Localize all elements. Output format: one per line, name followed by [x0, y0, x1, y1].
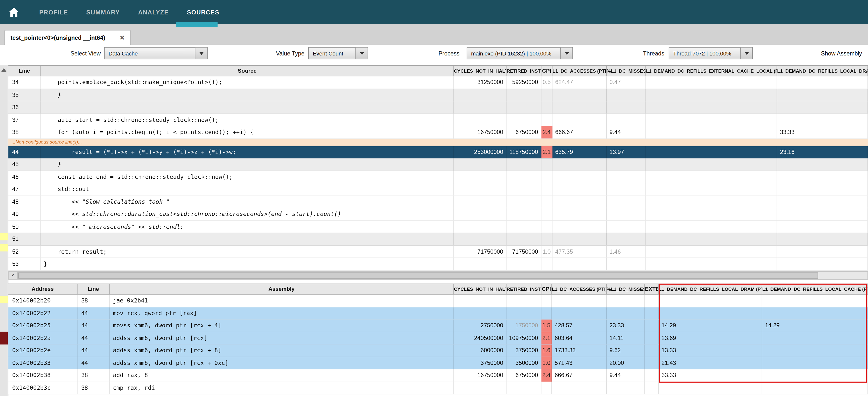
- source-row-52[interactable]: 52return result;71750000717500001.0477.3…: [8, 245, 868, 258]
- cell-line: 49: [8, 208, 41, 220]
- column-header-l1-demand-dc-refills-local-dram[interactable]: L1_DEMAND_DC_REFILLS_LOCAL_DRAM: [777, 66, 868, 76]
- cell-refills-local-dram: [777, 171, 868, 183]
- source-row-35[interactable]: 35}: [8, 89, 868, 101]
- assembly-row-0x140002b25[interactable]: 0x140002b2544movss xmm6, dword ptr [rcx …: [8, 319, 868, 332]
- column-header-cpi[interactable]: CPI: [541, 284, 552, 294]
- source-row-51[interactable]: 51: [8, 233, 868, 245]
- column-header-l1-dc-accesses-pti-[interactable]: L1_DC_ACCESSES (PTI): [552, 284, 607, 294]
- assembly-row-0x140002b20[interactable]: 0x140002b2038jae 0x2b41: [8, 295, 868, 307]
- cell-refills-local-dram: [777, 245, 868, 257]
- source-row-46[interactable]: 46const auto end = std::chrono::steady_c…: [8, 171, 868, 183]
- cell-retired-inst: 6750000: [506, 126, 541, 138]
- cell-refills-external-cache-local: [646, 126, 777, 138]
- column-header-l1-demand-dc-refills-local-cache-pti-[interactable]: L1_DEMAND_DC_REFILLS_LOCAL_CACHE (PTI): [762, 284, 868, 294]
- chevron-down-icon: [195, 48, 207, 59]
- assembly-row-0x140002b33[interactable]: 0x140002b3344addss xmm6, dword ptr [rcx …: [8, 357, 868, 369]
- cell-refills-local-cache: [762, 344, 868, 357]
- scroll-left-button[interactable]: <: [9, 272, 18, 279]
- column-header-address[interactable]: Address: [8, 284, 77, 294]
- source-row-37[interactable]: 37auto start = std::chrono::steady_clock…: [8, 114, 868, 126]
- value-type-dropdown[interactable]: Event Count: [308, 47, 368, 59]
- cell-source: [41, 101, 454, 113]
- source-row-34[interactable]: 34points.emplace_back(std::make_unique<P…: [8, 77, 868, 89]
- source-table-body: 34points.emplace_back(std::make_unique<P…: [8, 77, 868, 270]
- column-header-line[interactable]: Line: [78, 284, 110, 294]
- cell-l1-dc-misses: [607, 295, 645, 306]
- cell-refills-external-cache-local: [646, 158, 777, 171]
- column-header-line[interactable]: Line: [8, 66, 41, 76]
- cell-retired-inst: [506, 101, 541, 113]
- cell-refills-local-cache: [762, 307, 868, 319]
- column-header-exte[interactable]: EXTE: [645, 284, 659, 294]
- show-assembly-toggle[interactable]: Show Assembly: [821, 45, 862, 62]
- nav-item-summary[interactable]: SUMMARY: [86, 9, 120, 16]
- hot-line-marker-dark-red: [0, 332, 8, 344]
- close-icon[interactable]: ✕: [120, 34, 125, 41]
- cell-refills-local-dram: 23.16: [777, 146, 868, 158]
- cell-source: std::cout: [41, 183, 454, 195]
- cell-line: 44: [78, 344, 110, 357]
- assembly-row-0x140002b3c[interactable]: 0x140002b3c38cmp rax, rdi: [8, 382, 868, 394]
- column-header-l1-dc-accesses-pti-[interactable]: L1_DC_ACCESSES (PTI): [553, 66, 607, 76]
- cell-retired-inst: 118750000: [506, 146, 541, 158]
- value-type-label: Value Type: [257, 45, 304, 62]
- column-header-cycles-not-in-halt[interactable]: CYCLES_NOT_IN_HALT: [454, 284, 507, 294]
- cell-cpi: [541, 208, 553, 220]
- cell-l1-dc-misses: 20.00: [607, 357, 645, 369]
- assembly-row-0x140002b38[interactable]: 0x140002b3838add rax, 81675000067500002.…: [8, 369, 868, 382]
- cell-retired-inst: 3750000: [506, 344, 541, 357]
- nav-item-sources[interactable]: SOURCES: [187, 9, 219, 16]
- cell-cycles-not-in-halt: [454, 196, 507, 208]
- cell-retired-inst: [506, 295, 541, 306]
- column-header-source[interactable]: Source: [41, 66, 454, 76]
- column-header-assembly[interactable]: Assembly: [110, 284, 454, 294]
- column-header-l1-demand-dc-refills-local-dram-pti-[interactable]: L1_DEMAND_DC_REFILLS_LOCAL_DRAM (PTI): [659, 284, 762, 294]
- column-header-cpi[interactable]: CPI: [541, 66, 553, 76]
- cell-cpi: [541, 221, 553, 233]
- profiler-sources-view: PROFILESUMMARYANALYZESOURCES test_pointe…: [0, 0, 868, 396]
- cell-refills-local-dram: 33.33: [777, 126, 868, 138]
- column-header-cycles-not-in-halt[interactable]: CYCLES_NOT_IN_HALT: [454, 66, 507, 76]
- column-header-retired-inst[interactable]: RETIRED_INST: [506, 284, 541, 294]
- source-row-50[interactable]: 50<< " microseconds" << std::endl;: [8, 221, 868, 233]
- assembly-row-0x140002b2e[interactable]: 0x140002b2e44addss xmm6, dword ptr [rcx …: [8, 344, 868, 357]
- nav-item-profile[interactable]: PROFILE: [39, 9, 68, 16]
- cell-external-truncated: [645, 295, 659, 306]
- source-row-47[interactable]: 47std::cout: [8, 183, 868, 196]
- assembly-row-0x140002b22[interactable]: 0x140002b2244mov rcx, qword ptr [rax]: [8, 307, 868, 319]
- scroll-up-arrow[interactable]: [1, 68, 6, 72]
- hot-line-marker-yellow: [0, 233, 8, 240]
- source-row-36[interactable]: 36: [8, 101, 868, 114]
- cell-source: }: [41, 158, 454, 171]
- process-dropdown[interactable]: main.exe (PID 16232) | 100.00%: [467, 47, 573, 59]
- scrollbar-thumb[interactable]: [18, 272, 818, 278]
- source-row-49[interactable]: 49<< std::chrono::duration_cast<std::chr…: [8, 208, 868, 221]
- cell-cycles-not-in-halt: [454, 114, 507, 126]
- column-header--l1-dc-misses[interactable]: %L1_DC_MISSES: [607, 66, 646, 76]
- home-button[interactable]: [7, 5, 21, 20]
- column-header-retired-inst[interactable]: RETIRED_INST: [506, 66, 541, 76]
- source-table-header: LineSourceCYCLES_NOT_IN_HALTRETIRED_INST…: [8, 65, 868, 77]
- horizontal-scrollbar[interactable]: <: [8, 271, 868, 280]
- cell-l1-dc-misses: [607, 382, 645, 394]
- cell-l1-dc-accesses: 624.47: [553, 77, 607, 88]
- assembly-row-0x140002b2a[interactable]: 0x140002b2a44addss xmm6, dword ptr [rcx]…: [8, 332, 868, 344]
- source-row-38[interactable]: 38for (auto i = points.cbegin(); i < poi…: [8, 126, 868, 139]
- cell-address: 0x140002b25: [8, 319, 77, 332]
- column-header-l1-demand-dc-refills-external-cache-local-pti-[interactable]: L1_DEMAND_DC_REFILLS_EXTERNAL_CACHE_LOCA…: [646, 66, 777, 76]
- cell-refills-local-dram: [777, 196, 868, 208]
- cell-cpi: [541, 158, 553, 171]
- cell-assembly: addss xmm6, dword ptr [rcx]: [110, 332, 454, 344]
- source-row-48[interactable]: 48<< "Slow calculations took ": [8, 196, 868, 208]
- source-row-44[interactable]: 44result = (*i)->x + (*i)->y + (*i)->z +…: [8, 146, 868, 158]
- cell-l1-dc-misses: [607, 114, 646, 126]
- column-header--l1-dc-misses[interactable]: %L1_DC_MISSES: [607, 284, 645, 294]
- nav-item-analyze[interactable]: ANALYZE: [138, 9, 168, 16]
- cell-retired-inst: 109750000: [506, 332, 541, 344]
- threads-dropdown[interactable]: Thread-7072 | 100.00%: [669, 47, 753, 59]
- select-view-dropdown[interactable]: Data Cache: [104, 47, 208, 59]
- tab-test-pointer[interactable]: test_pointer<0>(unsigned __int64) ✕: [4, 30, 131, 45]
- source-row-53[interactable]: 53}: [8, 258, 868, 271]
- source-row-45[interactable]: 45}: [8, 158, 868, 171]
- cell-retired-inst: [506, 208, 541, 220]
